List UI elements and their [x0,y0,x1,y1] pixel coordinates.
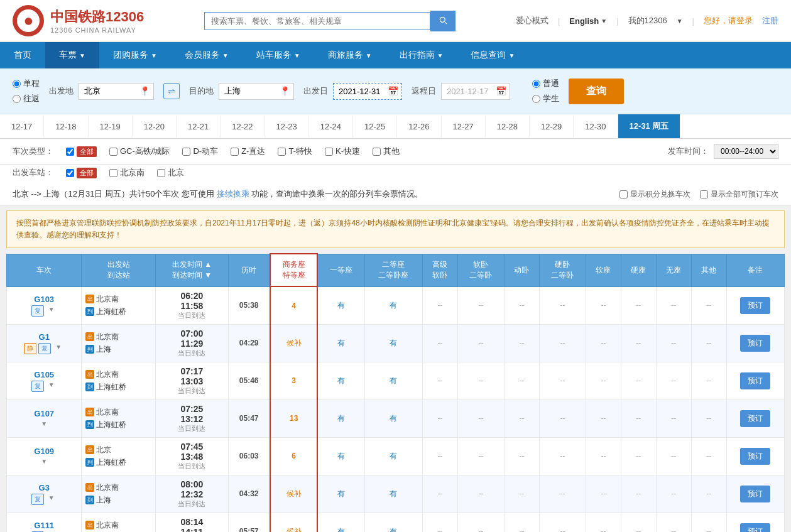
one-way-input[interactable] [13,80,21,88]
station-beijing[interactable]: 北京 [157,167,184,178]
biz-seat-value[interactable]: 6 [292,452,296,460]
train-number-link[interactable]: G1 [39,332,50,342]
nav-item-guide[interactable]: 出行指南 ▼ [386,42,457,68]
date-tab-1224[interactable]: 12-24 [309,116,353,138]
train-arrow[interactable]: ▼ [38,457,50,465]
filter-gc-checkbox[interactable] [109,148,117,156]
train-arrow[interactable]: ▼ [46,381,57,392]
nav-item-station[interactable]: 站车服务 ▼ [243,42,314,68]
station-beijing-checkbox[interactable] [157,169,165,177]
filter-k[interactable]: K-快速 [325,146,360,157]
filter-k-checkbox[interactable] [325,148,333,156]
biz-seat-value[interactable]: 候补 [286,489,302,498]
query-button[interactable]: 查询 [569,79,624,104]
nav-item-business[interactable]: 商旅服务 ▼ [314,42,386,68]
first-seat-value[interactable]: 有 [337,489,345,498]
date-tab-1222[interactable]: 12-22 [221,116,265,138]
nav-item-group[interactable]: 团购服务 ▼ [99,42,171,68]
show-all-option[interactable]: 显示全部可预订车次 [700,189,778,200]
train-number-link[interactable]: G109 [34,447,54,456]
book-button[interactable]: 预订 [740,410,770,427]
second-seat-value[interactable]: 有 [390,527,397,532]
second-seat-value[interactable]: 有 [390,452,397,460]
show-points-option[interactable]: 显示积分兑换车次 [619,189,690,200]
book-button[interactable]: 预订 [740,523,770,532]
book-button[interactable]: 预订 [740,448,770,465]
train-arrow[interactable]: ▼ [46,494,57,505]
filter-gc[interactable]: GC-高铁/城际 [109,146,170,157]
filter-all-checkbox[interactable] [66,148,74,156]
biz-seat-value[interactable]: 候补 [286,339,302,347]
filter-all[interactable]: 全部 [66,146,97,157]
biz-seat-value[interactable]: 候补 [286,527,302,532]
filter-z-checkbox[interactable] [231,148,239,156]
student-ticket-radio[interactable]: 学生 [532,93,559,104]
first-seat-value[interactable]: 有 [337,376,345,385]
date-tab-1225[interactable]: 12-25 [353,116,397,138]
biz-seat-value[interactable]: 4 [292,301,296,310]
date-tab-1219[interactable]: 12-19 [89,116,133,138]
main-search-input[interactable] [204,12,430,30]
first-seat-value[interactable]: 有 [337,414,345,423]
filter-other[interactable]: 其他 [373,146,400,157]
depart-time-select[interactable]: 00:00--24:00 00:00--06:00 06:00--12:00 1… [714,144,778,159]
first-seat-value[interactable]: 有 [337,301,345,310]
transfer-link[interactable]: 接续换乘 [217,189,249,198]
filter-d-checkbox[interactable] [182,148,190,156]
date-tab-1227[interactable]: 12-27 [442,116,486,138]
date-tab-1228[interactable]: 12-28 [486,116,530,138]
biz-seat-value[interactable]: 13 [290,414,298,423]
station-all-checkbox[interactable] [66,169,74,177]
train-number-link[interactable]: G103 [34,295,54,304]
date-tab-1223[interactable]: 12-23 [265,116,309,138]
book-button[interactable]: 预订 [740,372,770,389]
book-button[interactable]: 预订 [740,486,770,502]
main-search-button[interactable] [430,11,456,31]
station-beijing-south-checkbox[interactable] [109,169,117,177]
train-number-link[interactable]: G107 [34,409,54,418]
biz-seat-value[interactable]: 3 [292,376,296,385]
filter-other-checkbox[interactable] [373,148,381,156]
filter-t-checkbox[interactable] [278,148,286,156]
train-number-link[interactable]: G3 [39,483,50,492]
love-mode-link[interactable]: 爱心模式 [516,15,548,26]
book-button[interactable]: 预订 [740,335,770,352]
first-seat-value[interactable]: 有 [337,339,345,347]
second-seat-value[interactable]: 有 [390,489,397,498]
one-way-radio[interactable]: 单程 [13,78,40,89]
date-tab-1217[interactable]: 12-17 [0,116,44,138]
date-tab-1221[interactable]: 12-21 [177,116,221,138]
show-points-checkbox[interactable] [619,190,628,198]
first-seat-value[interactable]: 有 [337,452,345,460]
nav-item-member[interactable]: 会员服务 ▼ [171,42,243,68]
english-link[interactable]: English [569,16,599,26]
normal-ticket-radio[interactable]: 普通 [532,78,559,89]
student-ticket-input[interactable] [532,95,540,103]
filter-z[interactable]: Z-直达 [231,146,265,157]
train-arrow[interactable]: ▼ [53,343,64,354]
filter-d[interactable]: D-动车 [182,146,218,157]
date-tab-1231[interactable]: 12-31 周五 [618,114,681,138]
train-number-link[interactable]: G105 [34,370,54,379]
date-tab-1220[interactable]: 12-20 [133,116,177,138]
train-arrow[interactable]: ▼ [38,420,50,428]
date-tab-1230[interactable]: 12-30 [574,116,618,138]
nav-item-home[interactable]: 首页 [0,42,45,68]
station-beijing-south[interactable]: 北京南 [109,167,145,178]
book-button[interactable]: 预订 [740,297,770,314]
nav-item-tickets[interactable]: 车票 ▼ [45,42,99,68]
first-seat-value[interactable]: 有 [337,527,345,532]
date-tab-1218[interactable]: 12-18 [44,116,88,138]
login-greeting[interactable]: 您好，请登录 [704,15,753,26]
train-number-link[interactable]: G111 [34,521,54,530]
normal-ticket-input[interactable] [532,80,540,88]
show-all-checkbox[interactable] [700,190,708,198]
round-trip-radio[interactable]: 往返 [13,93,40,104]
swap-button[interactable]: ⇌ [163,83,180,99]
register-link[interactable]: 注册 [762,15,778,26]
station-all[interactable]: 全部 [66,168,97,178]
second-seat-value[interactable]: 有 [390,339,397,347]
filter-t[interactable]: T-特快 [278,146,312,157]
second-seat-value[interactable]: 有 [390,414,397,423]
round-trip-input[interactable] [13,95,21,103]
